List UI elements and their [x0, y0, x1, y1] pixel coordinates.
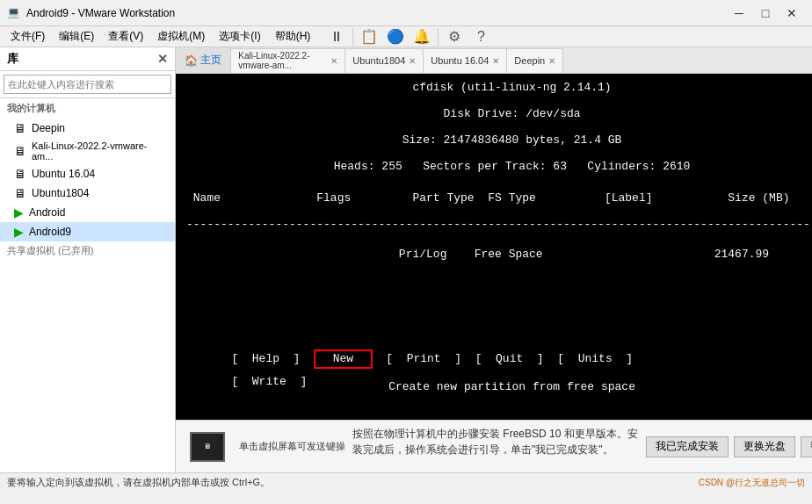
toolbar-separator-2: [438, 28, 439, 46]
sidebar-item-ubuntu1604[interactable]: 🖥 Ubuntu 16.04: [0, 164, 175, 184]
sidebar-item-label-deepin: Deepin: [32, 122, 65, 134]
sidebar-item-label-ubuntu1804: Ubuntu1804: [32, 187, 89, 199]
vm-icon-display: 🖥: [190, 432, 225, 462]
tabs-bar: 🏠 主页 Kali-Linux-2022.2-vmware-am... ✕ Ub…: [176, 47, 812, 74]
bottom-info-text: 按照在物理计算机中的步骤安装 FreeBSD 10 和更早版本。安装完成后，操作…: [352, 426, 639, 467]
tab-label-ubuntu1604: Ubuntu 16.04: [431, 55, 489, 66]
vm-terminal[interactable]: cfdisk (util-linux-ng 2.14.1) Disk Drive…: [176, 74, 812, 420]
terminal-status-text: Create new partition from free space: [388, 380, 635, 393]
watermark: CSDN @行之无道总司一切: [699, 477, 805, 489]
menu-file[interactable]: 文件(F): [4, 27, 52, 46]
statusbar-text: 要将输入定向到该虚拟机，请在虚拟机内部单击或按 Ctrl+G。: [7, 476, 270, 489]
sidebar-title: 库: [7, 51, 18, 67]
bottom-info-buttons: 我已完成安装 更换光盘 帮助: [646, 426, 812, 467]
vm-icon-deepin: 🖥: [14, 121, 26, 135]
terminal-menu-text: [ Help ] New [ Print ] [ Quit ] [ Units …: [211, 349, 812, 369]
close-button[interactable]: ✕: [779, 1, 805, 25]
sidebar-close-button[interactable]: ✕: [157, 52, 168, 66]
menubar: 文件(F) 编辑(E) 查看(V) 虚拟机(M) 选项卡(I) 帮助(H) ⏸ …: [0, 26, 812, 47]
tab-close-ubuntu1604[interactable]: ✕: [492, 56, 499, 66]
vm-icon-ubuntu1804: 🖥: [14, 186, 26, 200]
tab-close-deepin[interactable]: ✕: [548, 56, 555, 66]
vm-icon-label: 🖥: [204, 443, 211, 450]
vm-icon-android: ▶: [14, 205, 24, 220]
terminal-line3: Size: 21474836480 bytes, 21.4 GB: [186, 133, 812, 147]
sidebar-item-label-android: Android: [29, 206, 65, 219]
tab-label-ubuntu1804: Ubuntu1804: [352, 55, 405, 66]
unity-button[interactable]: 🔔: [410, 25, 434, 49]
vm-icon-ubuntu1604: 🖥: [14, 167, 26, 181]
terminal-status-line: Create new partition from free space: [176, 380, 812, 393]
vm-icon-android9: ▶: [14, 225, 24, 239]
tab-label-kali: Kali-Linux-2022.2-vmware-am...: [238, 51, 327, 70]
sidebar-my-computer-section: 我的计算机: [0, 98, 175, 119]
bottom-info-bar: 🖥 单击虚拟屏幕可发送键操 按照在物理计算机中的步骤安装 FreeBSD 10 …: [176, 420, 812, 472]
sidebar-item-label-ubuntu1604: Ubuntu 16.04: [32, 168, 95, 180]
terminal-content: cfdisk (util-linux-ng 2.14.1) Disk Drive…: [186, 81, 812, 261]
content-area: 🏠 主页 Kali-Linux-2022.2-vmware-am... ✕ Ub…: [176, 47, 812, 472]
settings-button[interactable]: ⚙: [442, 25, 467, 49]
statusbar: 要将输入定向到该虚拟机，请在虚拟机内部单击或按 Ctrl+G。 CSDN @行之…: [0, 472, 812, 492]
tab-label-deepin: Deepin: [514, 55, 545, 66]
help-button[interactable]: 帮助: [801, 436, 812, 457]
tab-deepin[interactable]: Deepin ✕: [507, 48, 563, 73]
complete-install-button[interactable]: 我已完成安装: [646, 436, 729, 457]
app-title: Android9 - VMware Workstation: [26, 7, 726, 19]
tab-home[interactable]: 🏠 主页: [176, 47, 231, 74]
titlebar: 💻 Android9 - VMware Workstation ─ □ ✕: [0, 0, 812, 26]
window-controls: ─ □ ✕: [726, 1, 805, 25]
sidebar: 库 ✕ 我的计算机 🖥 Deepin 🖥 Kali-Linux-2022.2-v…: [0, 47, 176, 472]
tab-ubuntu1604[interactable]: Ubuntu 16.04 ✕: [424, 48, 507, 73]
tab-kali[interactable]: Kali-Linux-2022.2-vmware-am... ✕: [231, 48, 345, 73]
vm-screen-icon: 🖥: [183, 426, 232, 467]
sidebar-item-deepin[interactable]: 🖥 Deepin: [0, 119, 175, 138]
terminal-free-row: Pri/Log Free Space 21467.99: [186, 248, 812, 261]
fullscreen-button[interactable]: 🔵: [383, 25, 408, 49]
vm-icon-kali: 🖥: [14, 144, 26, 158]
sidebar-header: 库 ✕: [0, 47, 175, 71]
sidebar-search-container: [0, 71, 175, 98]
terminal-line4: Heads: 255 Sectors per Track: 63 Cylinde…: [186, 160, 812, 173]
menu-help[interactable]: 帮助(H): [268, 27, 318, 46]
bottom-input-hint: 单击虚拟屏幕可发送键操: [239, 426, 345, 467]
home-icon: 🏠: [185, 54, 198, 67]
terminal-divider: ----------------------------------------…: [186, 218, 812, 231]
maximize-button[interactable]: □: [752, 1, 779, 25]
sidebar-item-ubuntu1804[interactable]: 🖥 Ubuntu1804: [0, 184, 175, 203]
sidebar-item-kali[interactable]: 🖥 Kali-Linux-2022.2-vmware-am...: [0, 138, 175, 164]
terminal-line2: Disk Drive: /dev/sda: [186, 107, 812, 120]
sidebar-search-input[interactable]: [4, 75, 171, 94]
app-icon: 💻: [7, 6, 21, 20]
sidebar-item-label-android9: Android9: [29, 226, 71, 238]
tab-home-label: 主页: [200, 53, 221, 68]
tab-ubuntu1804[interactable]: Ubuntu1804 ✕: [345, 48, 424, 73]
tab-close-ubuntu1804[interactable]: ✕: [409, 56, 416, 66]
menu-tabs[interactable]: 选项卡(I): [212, 27, 267, 46]
new-button[interactable]: New: [314, 349, 373, 369]
menu-vm[interactable]: 虚拟机(M): [150, 27, 212, 46]
terminal-menu-row1: [ Help ] New [ Print ] [ Quit ] [ Units …: [176, 344, 812, 374]
tab-close-kali[interactable]: ✕: [330, 56, 337, 66]
toolbar-separator-1: [352, 28, 353, 46]
terminal-line1: cfdisk (util-linux-ng 2.14.1): [186, 81, 812, 94]
snapshot-button[interactable]: 📋: [357, 25, 381, 49]
sidebar-item-android9[interactable]: ▶ Android9: [0, 222, 175, 241]
sidebar-item-android[interactable]: ▶ Android: [0, 203, 175, 222]
terminal-col-header: Name Flags Part Type FS Type [Label] Siz…: [186, 191, 812, 205]
pause-button[interactable]: ⏸: [324, 25, 349, 49]
minimize-button[interactable]: ─: [726, 1, 752, 25]
bottom-input-label: 单击虚拟屏幕可发送键操: [239, 440, 345, 453]
sidebar-shared-section: 共享虚拟机 (已弃用): [0, 241, 175, 260]
help-icon-button[interactable]: ?: [468, 25, 493, 49]
menu-edit[interactable]: 编辑(E): [52, 27, 101, 46]
sidebar-item-label-kali: Kali-Linux-2022.2-vmware-am...: [32, 140, 168, 162]
change-disc-button[interactable]: 更换光盘: [734, 436, 795, 457]
main-layout: 库 ✕ 我的计算机 🖥 Deepin 🖥 Kali-Linux-2022.2-v…: [0, 47, 812, 472]
menu-view[interactable]: 查看(V): [101, 27, 150, 46]
